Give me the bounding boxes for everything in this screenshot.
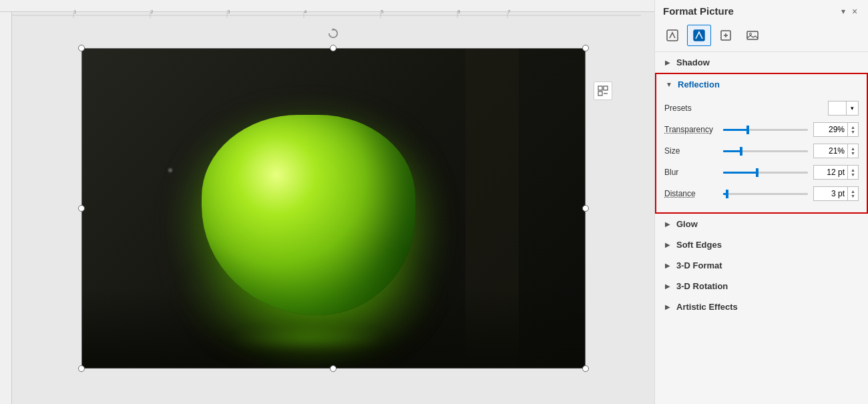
transparency-slider[interactable] — [723, 123, 808, 136]
handle-bottom-left[interactable] — [78, 365, 85, 372]
ruler-top: 1 2 3 4 5 6 7 — [0, 0, 654, 12]
panel-header: Format Picture ▾ × — [655, 0, 868, 22]
distance-thumb[interactable] — [726, 190, 728, 198]
size-value[interactable]: 21% — [813, 144, 848, 158]
svg-text:7: 7 — [507, 9, 511, 15]
transparency-thumb[interactable] — [746, 126, 749, 134]
canvas-area: 1 2 3 4 5 6 7 — [0, 0, 654, 404]
transparency-value[interactable]: 29% — [813, 122, 848, 137]
svg-text:1: 1 — [73, 9, 77, 15]
svg-text:6: 6 — [457, 9, 461, 15]
blur-thumb[interactable] — [756, 168, 758, 177]
section-3d-rotation[interactable]: ▶ 3-D Rotation — [655, 276, 868, 296]
transparency-fill — [723, 129, 748, 131]
icon-tabs — [655, 22, 868, 52]
presets-row: Presets ▾ — [664, 97, 859, 119]
handle-top-center[interactable] — [330, 45, 337, 51]
handle-middle-right[interactable] — [582, 205, 589, 212]
size-down[interactable]: ▼ — [851, 151, 855, 156]
artistic-effects-title: Artistic Effects — [676, 302, 738, 312]
transparency-down[interactable]: ▼ — [851, 130, 855, 134]
svg-rect-17 — [604, 86, 608, 90]
blur-value[interactable]: 12 pt — [813, 165, 848, 180]
reflection-arrow: ▼ — [664, 80, 674, 89]
artistic-effects-arrow: ▶ — [663, 302, 672, 312]
handle-middle-left[interactable] — [78, 205, 85, 212]
svg-text:3: 3 — [227, 9, 230, 15]
section-glow[interactable]: ▶ Glow — [655, 214, 868, 234]
distance-track — [723, 193, 808, 195]
size-row: Size 21% ▲ ▼ — [664, 140, 859, 162]
distance-slider[interactable] — [723, 187, 808, 200]
tab-size[interactable] — [714, 25, 738, 46]
size-spinner[interactable]: ▲ ▼ — [848, 144, 859, 158]
reflection-title: Reflection — [678, 79, 720, 89]
size-label: Size — [664, 146, 718, 156]
reflection-section: ▼ Reflection Presets ▾ Transparency — [655, 73, 868, 214]
image-container[interactable] — [81, 48, 586, 369]
size-value-group: 21% ▲ ▼ — [813, 144, 859, 158]
3d-rotation-title: 3-D Rotation — [676, 281, 728, 291]
blur-down[interactable]: ▼ — [851, 172, 855, 177]
section-3d-format[interactable]: ▶ 3-D Format — [655, 255, 868, 276]
shadow-arrow: ▶ — [663, 58, 672, 67]
3d-rotation-arrow: ▶ — [663, 282, 672, 291]
svg-text:5: 5 — [381, 9, 384, 15]
rotate-handle[interactable] — [328, 28, 339, 39]
blur-label: Blur — [664, 168, 718, 177]
panel-title: Format Picture — [663, 5, 734, 17]
handle-top-right[interactable] — [582, 45, 589, 51]
size-slider[interactable] — [723, 144, 808, 158]
section-artistic-effects[interactable]: ▶ Artistic Effects — [655, 296, 868, 317]
shadow-title: Shadow — [676, 57, 710, 67]
distance-value-group: 3 pt ▲ ▼ — [813, 186, 859, 201]
layout-options-button[interactable] — [594, 81, 612, 100]
size-thumb[interactable] — [740, 147, 742, 156]
svg-rect-18 — [598, 91, 602, 95]
blur-value-group: 12 pt ▲ ▼ — [813, 165, 859, 180]
3d-format-title: 3-D Format — [676, 260, 722, 270]
transparency-value-group: 29% ▲ ▼ — [813, 122, 859, 137]
soft-edges-title: Soft Edges — [676, 240, 722, 250]
svg-point-27 — [750, 33, 752, 35]
right-panel: Format Picture ▾ × — [654, 0, 868, 404]
distance-spinner[interactable]: ▲ ▼ — [848, 186, 859, 201]
content-area — [12, 12, 654, 404]
handle-top-left[interactable] — [78, 45, 85, 51]
svg-rect-26 — [747, 31, 758, 39]
blur-up[interactable]: ▲ — [851, 168, 855, 172]
panel-close-button[interactable]: × — [849, 6, 860, 17]
svg-text:2: 2 — [150, 9, 154, 15]
ruler-left — [0, 12, 12, 404]
distance-value[interactable]: 3 pt — [813, 186, 848, 201]
distance-down[interactable]: ▼ — [851, 194, 855, 198]
preset-arrow[interactable]: ▾ — [847, 101, 859, 116]
size-track — [723, 150, 808, 152]
tab-effects[interactable] — [687, 25, 711, 46]
tab-fill-line[interactable] — [660, 25, 684, 46]
distance-up[interactable]: ▲ — [851, 189, 855, 194]
size-fill — [723, 150, 741, 152]
distance-row: Distance 3 pt ▲ ▼ — [664, 183, 859, 204]
transparency-spinner[interactable]: ▲ ▼ — [848, 122, 859, 137]
reflection-header[interactable]: ▼ Reflection — [656, 74, 867, 95]
transparency-up[interactable]: ▲ — [851, 125, 855, 130]
blur-slider[interactable] — [723, 166, 808, 179]
soft-edges-arrow: ▶ — [663, 240, 672, 250]
image-selection — [81, 48, 586, 369]
blur-spinner[interactable]: ▲ ▼ — [848, 165, 859, 180]
section-shadow[interactable]: ▶ Shadow — [655, 52, 868, 73]
blur-track — [723, 172, 808, 174]
section-soft-edges[interactable]: ▶ Soft Edges — [655, 234, 868, 255]
tab-picture[interactable] — [740, 25, 765, 46]
handle-bottom-center[interactable] — [330, 365, 337, 372]
glow-arrow: ▶ — [663, 220, 672, 229]
panel-dropdown[interactable]: ▾ — [841, 7, 845, 16]
reflection-content: Presets ▾ Transparency — [656, 95, 867, 212]
handle-bottom-right[interactable] — [582, 365, 589, 372]
preset-box[interactable] — [828, 101, 847, 116]
3d-format-arrow: ▶ — [663, 261, 672, 270]
transparency-label: Transparency — [664, 125, 718, 134]
size-up[interactable]: ▲ — [851, 146, 855, 151]
presets-dropdown[interactable]: ▾ — [828, 101, 859, 116]
